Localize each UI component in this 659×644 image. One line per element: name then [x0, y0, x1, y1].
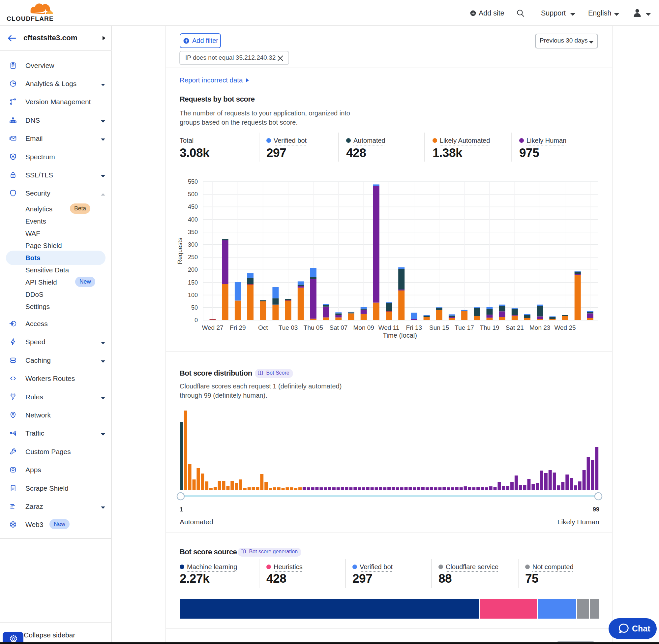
svg-text:1: 1 [180, 506, 183, 513]
svg-text:300: 300 [188, 242, 198, 248]
svg-text:Likely Human: Likely Human [558, 518, 599, 526]
svg-text:Time (local): Time (local) [383, 332, 417, 339]
svg-text:100: 100 [188, 292, 198, 298]
svg-text:CLOUDFLARE: CLOUDFLARE [6, 15, 54, 22]
svg-text:Sat 07: Sat 07 [329, 324, 348, 331]
svg-text:Fri 13: Fri 13 [406, 324, 422, 331]
svg-text:Tue 03: Tue 03 [279, 324, 298, 331]
svg-text:Requests: Requests [176, 238, 183, 264]
svg-text:Tue 17: Tue 17 [455, 324, 474, 331]
svg-text:Wed 25: Wed 25 [554, 324, 575, 331]
svg-text:50: 50 [191, 304, 198, 311]
svg-text:Thu 05: Thu 05 [304, 324, 323, 331]
svg-text:200: 200 [188, 267, 198, 273]
svg-text:Automated: Automated [180, 518, 213, 526]
svg-text:450: 450 [188, 204, 198, 210]
svg-text:550: 550 [188, 178, 198, 185]
svg-text:Sun 15: Sun 15 [429, 324, 449, 331]
svg-text:500: 500 [188, 191, 198, 198]
svg-text:Fri 29: Fri 29 [230, 324, 246, 331]
svg-text:Wed 11: Wed 11 [378, 324, 400, 331]
svg-text:99: 99 [593, 506, 599, 513]
svg-text:Mon 09: Mon 09 [353, 324, 374, 331]
svg-text:Oct: Oct [258, 324, 268, 331]
svg-text:0: 0 [194, 317, 198, 323]
svg-text:250: 250 [188, 254, 198, 260]
svg-text:Thu 19: Thu 19 [480, 324, 499, 331]
svg-text:400: 400 [188, 216, 198, 223]
svg-text:150: 150 [188, 279, 198, 286]
svg-text:Sat 21: Sat 21 [506, 324, 524, 331]
svg-text:Wed 27: Wed 27 [202, 324, 223, 331]
svg-text:Mon 23: Mon 23 [529, 324, 550, 331]
svg-text:350: 350 [188, 229, 198, 235]
